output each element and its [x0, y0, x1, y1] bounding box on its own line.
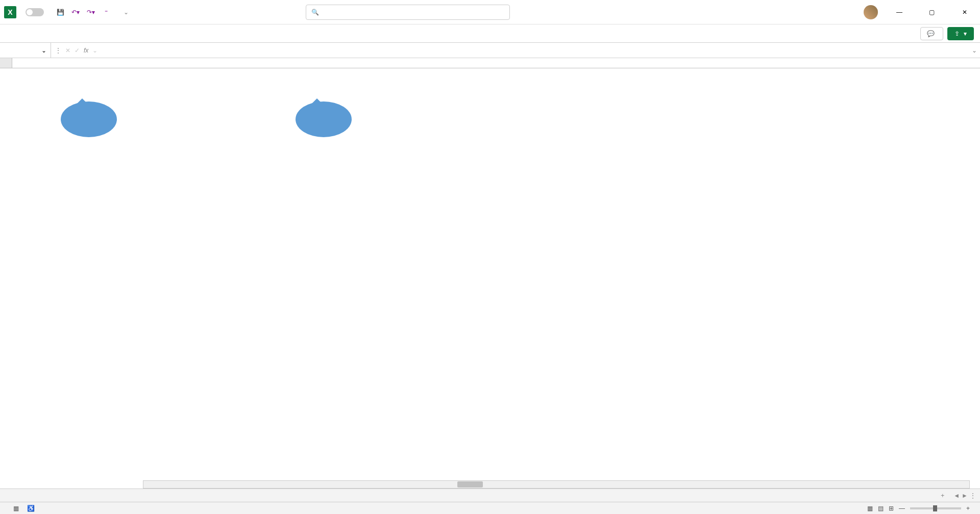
share-button[interactable]: ⇪ ▾: [947, 27, 974, 40]
fx-icon[interactable]: fx: [84, 47, 88, 54]
sheet-nav-right-icon[interactable]: ►: [962, 492, 968, 499]
ribbon-tabs: 💬 ⇪ ▾: [0, 24, 980, 43]
new-sheet-icon[interactable]: +: [936, 492, 949, 499]
sheet-options-icon[interactable]: ⋮: [970, 492, 976, 499]
options-icon[interactable]: ⋮: [55, 47, 61, 54]
macro-icon[interactable]: ▦: [13, 505, 19, 512]
formula-bar-row: ⌄ ⋮ ✕ ✓ fx ⌄ ⌄: [0, 43, 980, 58]
save-icon[interactable]: 💾: [55, 7, 65, 17]
accessibility-icon[interactable]: ♿: [27, 505, 35, 512]
confirm-icon[interactable]: ✓: [75, 47, 80, 54]
zoom-out-icon[interactable]: —: [899, 505, 905, 512]
horizontal-scrollbar[interactable]: [143, 480, 970, 489]
user-avatar[interactable]: [864, 5, 878, 19]
view-normal-icon[interactable]: ▦: [867, 505, 873, 512]
sheet-tabs-bar: + ◄ ► ⋮: [0, 489, 980, 502]
undo-icon[interactable]: ↶▾: [70, 7, 81, 17]
status-bar: ▦ ♿ ▦ ▤ ⊞ — +: [0, 502, 980, 514]
search-input[interactable]: 🔍: [306, 5, 510, 20]
redo-icon[interactable]: ↷▾: [86, 7, 96, 17]
name-box[interactable]: ⌄: [0, 43, 51, 58]
comments-button[interactable]: 💬: [920, 27, 943, 40]
title-bar: X 💾 ↶▾ ↷▾ ⁼ ⌄ 🔍 — ▢ ✕: [0, 0, 980, 24]
view-layout-icon[interactable]: ▤: [878, 505, 884, 512]
zoom-in-icon[interactable]: +: [966, 505, 970, 512]
view-pagebreak-icon[interactable]: ⊞: [889, 505, 894, 512]
callout-invoice-type: [296, 101, 352, 137]
callout-transfer: [61, 101, 117, 137]
qat-more-icon[interactable]: ⁼: [101, 7, 111, 17]
filename-dropdown-icon[interactable]: ⌄: [124, 9, 129, 16]
formula-expand-icon[interactable]: ⌄: [969, 47, 980, 54]
search-icon: 🔍: [311, 9, 319, 16]
select-all-corner[interactable]: [0, 58, 12, 68]
minimize-icon[interactable]: —: [888, 5, 911, 20]
zoom-slider[interactable]: [910, 507, 961, 509]
close-icon[interactable]: ✕: [953, 5, 976, 20]
maximize-icon[interactable]: ▢: [921, 5, 943, 20]
autosave-toggle[interactable]: [22, 8, 47, 16]
cancel-icon[interactable]: ✕: [65, 47, 70, 54]
excel-icon: X: [4, 6, 16, 18]
sheet-nav-left-icon[interactable]: ◄: [953, 492, 960, 499]
spreadsheet-grid[interactable]: [0, 68, 980, 496]
column-headers: [0, 58, 980, 68]
